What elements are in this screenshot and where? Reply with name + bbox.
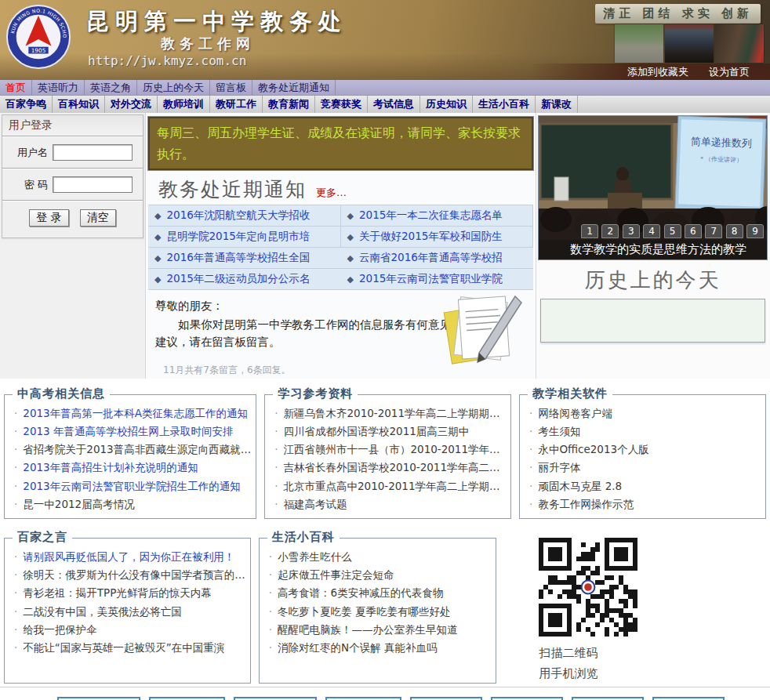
- primary-nav-item[interactable]: 英语之角: [85, 80, 137, 95]
- notice-row: ◆2015年一本二次征集志愿名单: [341, 205, 534, 227]
- login-button[interactable]: 登 录: [29, 209, 68, 227]
- voices-item[interactable]: 不能让“国家与英雄一起被毁灭”在中国重演: [13, 639, 245, 657]
- workroom-button[interactable]: 你的工作室: [410, 697, 482, 700]
- slideshow-caption: 数学教学的实质是思维方法的教学: [539, 240, 767, 259]
- login-title: 用户登录: [2, 115, 143, 137]
- life-tips-item[interactable]: 小雪养生吃什么: [267, 548, 492, 566]
- workroom-button[interactable]: 赵灿东工作室: [57, 697, 140, 700]
- workroom-button[interactable]: 你的工作室: [652, 697, 725, 700]
- study-material-item[interactable]: 北京市重点高中2010-2011学年高二上学期…: [273, 477, 506, 495]
- meeting-photo: [715, 24, 764, 63]
- exam-info-item[interactable]: 2013年普高第一批本科A类征集志愿工作的通知: [13, 404, 251, 423]
- notice-link[interactable]: 云南省2016年普通高等学校招: [359, 251, 503, 265]
- workroom-button[interactable]: 你的工作室: [491, 697, 563, 700]
- voices-item[interactable]: 徐明天：俄罗斯为什么没有像中国学者预言的…: [13, 566, 245, 584]
- diamond-bullet-icon: ◆: [347, 232, 354, 242]
- voices-title: 百家之言: [13, 530, 72, 545]
- study-material-item[interactable]: 四川省成都外国语学校2011届高三期中: [273, 423, 506, 441]
- exam-info-item[interactable]: 2013年普高招生计划补充说明的通知: [13, 459, 251, 477]
- life-tips-item[interactable]: 冬吃萝卜夏吃姜 夏季吃姜有哪些好处: [267, 603, 492, 621]
- notices-header: 教务处近期通知 更多…: [146, 172, 536, 205]
- set-homepage-link[interactable]: 设为首页: [709, 65, 750, 79]
- secondary-nav-item[interactable]: 教育新闻: [263, 96, 315, 113]
- secondary-nav-item[interactable]: 新课改: [536, 96, 578, 113]
- primary-nav-item[interactable]: 历史上的今天: [137, 80, 210, 95]
- software-item[interactable]: 教务工作网操作示范: [528, 495, 761, 513]
- secondary-nav-item[interactable]: 生活小百科: [473, 96, 536, 113]
- qr-caption: 扫描二维码 用手机浏览: [539, 643, 766, 684]
- secondary-nav-item[interactable]: 考试信息: [368, 96, 420, 113]
- secondary-nav-item[interactable]: 对外交流: [105, 96, 158, 113]
- lower-box-row: 百家之言 请别跟风再贬低国人了，因为你正在被利用！徐明天：俄罗斯为什么没有像中国…: [0, 522, 770, 687]
- slideshow-page-button[interactable]: 4: [643, 224, 660, 238]
- slideshow-page-button[interactable]: 2: [601, 224, 619, 238]
- left-column: 用户登录 用户名 密 码 登 录 清空: [0, 113, 146, 379]
- slideshow-page-button[interactable]: 6: [685, 224, 702, 238]
- clear-button[interactable]: 清空: [80, 209, 116, 227]
- slideshow-page-button[interactable]: 5: [664, 224, 681, 238]
- software-item[interactable]: 考生须知: [528, 423, 761, 441]
- center-column: 每周三、周五办理学生证、成绩及在读证明，请同学、家长按要求执行。 教务处近期通知…: [146, 113, 536, 379]
- header-banner: KUN MING NO.1 HIGH SCHOOL 1905 昆明第一中学教务处…: [0, 0, 770, 80]
- workroom-button[interactable]: 杨昆华工作室: [234, 697, 317, 700]
- slideshow-page-button[interactable]: 9: [746, 224, 764, 238]
- notice-link[interactable]: 昆明学院2015年定向昆明市培: [166, 230, 310, 244]
- primary-nav-item[interactable]: 英语听力: [32, 80, 85, 95]
- secondary-nav-item[interactable]: 百家争鸣: [0, 96, 53, 113]
- study-material-item[interactable]: 福建高考试题: [273, 495, 506, 513]
- study-materials-box: 学习参考资料 新疆乌鲁木齐2010-2011学年高二上学期期…四川省成都外国语学…: [264, 394, 511, 519]
- notice-link[interactable]: 2015年云南司法警官职业学院: [359, 272, 503, 286]
- secondary-nav-item[interactable]: 历史知识: [420, 96, 473, 113]
- study-materials-list: 新疆乌鲁木齐2010-2011学年高二上学期期…四川省成都外国语学校2011届高…: [270, 404, 506, 513]
- secondary-nav-item[interactable]: 百科知识: [53, 96, 105, 113]
- exam-info-item[interactable]: 2013 年普通高等学校招生网上录取时间安排: [13, 423, 251, 441]
- slideshow-page-button[interactable]: 1: [581, 224, 598, 238]
- primary-nav-item[interactable]: 教务处近期通知: [252, 80, 336, 95]
- today-in-history-box: [540, 299, 765, 343]
- voices-item[interactable]: 给我一把保护伞: [13, 621, 245, 639]
- site-subtitle: 教务工作网: [161, 34, 255, 53]
- life-tips-item[interactable]: 起床做五件事注定会短命: [267, 566, 492, 584]
- notice-link[interactable]: 2015年二级运动员加分公示名: [166, 272, 310, 286]
- voices-item[interactable]: 二战没有中国，美英俄法必将亡国: [13, 603, 245, 621]
- exam-info-item[interactable]: 昆一中2012届高考情况: [13, 495, 251, 513]
- more-link[interactable]: 更多…: [316, 186, 347, 200]
- life-tips-item[interactable]: 高考食谱：6类安神减压的代表食物: [267, 584, 492, 602]
- exam-info-item[interactable]: 2013年云南司法警官职业学院招生工作的通知: [13, 477, 251, 495]
- slideshow-page-button[interactable]: 8: [726, 224, 743, 238]
- voices-item[interactable]: 请别跟风再贬低国人了，因为你正在被利用！: [13, 548, 245, 566]
- study-material-item[interactable]: 江西省赣州市十一县（市）2010-2011学年…: [273, 441, 506, 459]
- workroom-button[interactable]: 谭 毅工作室: [325, 697, 401, 700]
- secondary-nav-item[interactable]: 竞赛获奖: [315, 96, 368, 113]
- workroom-button[interactable]: 你的工作室: [572, 697, 644, 700]
- software-item[interactable]: 网络阅卷客户端: [528, 404, 761, 423]
- study-material-item[interactable]: 新疆乌鲁木齐2010-2011学年高二上学期期…: [273, 404, 506, 423]
- software-item[interactable]: 丽升字体: [528, 459, 761, 477]
- slideshow-page-button[interactable]: 3: [623, 224, 640, 238]
- study-material-item[interactable]: 吉林省长春外国语学校2010-2011学年高二…: [273, 459, 506, 477]
- primary-nav-item[interactable]: 留言板: [210, 80, 252, 95]
- primary-nav-item[interactable]: 首页: [0, 80, 32, 95]
- notice-link[interactable]: 关于做好2015年军校和国防生: [359, 230, 503, 244]
- life-tips-item[interactable]: 消除对红枣的N个误解 真能补血吗: [267, 639, 492, 657]
- password-row: 密 码: [2, 169, 143, 201]
- secondary-nav-item[interactable]: 教研工作: [210, 96, 263, 113]
- notice-link[interactable]: 2016年普通高等学校招生全国: [166, 251, 310, 265]
- add-favorite-link[interactable]: 添加到收藏夹: [627, 65, 688, 79]
- diamond-bullet-icon: ◆: [347, 211, 354, 221]
- workroom-button[interactable]: 孙 彪工作室: [149, 697, 225, 700]
- software-item[interactable]: 永中Office2013个人版: [528, 441, 761, 459]
- secondary-nav-item[interactable]: 教师培训: [158, 96, 210, 113]
- slideshow-page-button[interactable]: 7: [705, 224, 722, 238]
- diamond-bullet-icon: ◆: [154, 253, 161, 263]
- username-input[interactable]: [53, 144, 133, 161]
- diamond-bullet-icon: ◆: [347, 274, 354, 285]
- notice-link[interactable]: 2015年一本二次征集志愿名单: [359, 209, 503, 223]
- software-item[interactable]: 顽固木马克星 2.8: [528, 477, 761, 495]
- password-input[interactable]: [53, 176, 133, 193]
- right-column: 简单递推数列 ＊（作业讲评） 123456: [536, 113, 769, 379]
- exam-info-item[interactable]: 省招考院关于2013普高非西藏生源定向西藏就…: [13, 441, 251, 459]
- voices-item[interactable]: 青衫老祖：揭开TPP光鲜背后的惊天内幕: [13, 584, 245, 602]
- notice-link[interactable]: 2016年沈阳航空航天大学招收: [166, 209, 310, 223]
- life-tips-item[interactable]: 醒醒吧电脑族！——办公室养生早知道: [267, 621, 492, 639]
